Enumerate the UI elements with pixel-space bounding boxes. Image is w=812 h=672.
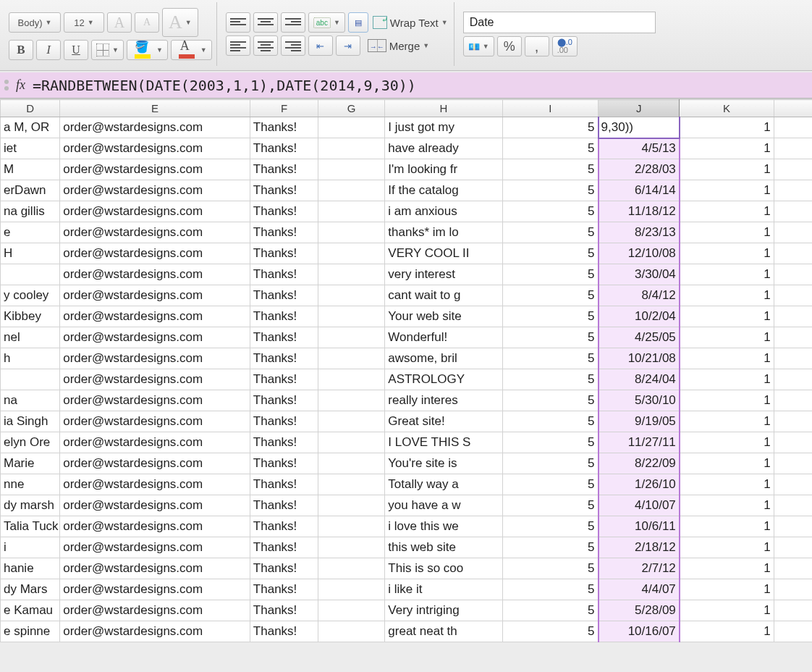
cell-F[interactable]: Thanks! xyxy=(250,432,318,453)
cell-L[interactable] xyxy=(774,411,812,432)
cell-J[interactable]: 1/26/10 xyxy=(599,474,680,495)
cell-E[interactable]: order@wstardesigns.com xyxy=(60,348,250,369)
cell-F[interactable]: Thanks! xyxy=(250,411,318,432)
cell-L[interactable] xyxy=(774,180,812,201)
cell-D[interactable]: erDawn xyxy=(1,180,60,201)
cell-G[interactable] xyxy=(318,222,385,243)
column-header-J[interactable]: J xyxy=(599,100,680,117)
cell-K[interactable]: 1 xyxy=(680,621,774,642)
cell-E[interactable]: order@wstardesigns.com xyxy=(60,495,250,516)
font-style-gallery-button[interactable]: A ▼ xyxy=(162,8,198,37)
column-header-H[interactable]: H xyxy=(385,100,502,117)
cell-G[interactable] xyxy=(318,138,385,159)
cell-D[interactable]: ia Singh xyxy=(1,411,60,432)
cell-L[interactable] xyxy=(774,621,812,642)
cell-G[interactable] xyxy=(318,390,385,411)
cell-F[interactable]: Thanks! xyxy=(250,579,318,600)
cell-J[interactable]: 12/10/08 xyxy=(599,243,680,264)
font-size-combo[interactable]: 12 ▼ xyxy=(64,12,104,33)
cell-I[interactable]: 5 xyxy=(502,264,598,285)
cell-K[interactable]: 1 xyxy=(680,474,774,495)
cell-J[interactable]: 11/27/11 xyxy=(599,432,680,453)
cell-D[interactable] xyxy=(1,264,60,285)
cell-L[interactable] xyxy=(774,201,812,222)
cell-L[interactable] xyxy=(774,117,812,138)
cell-D[interactable]: e xyxy=(1,222,60,243)
cell-I[interactable]: 5 xyxy=(502,495,598,516)
cell-I[interactable]: 5 xyxy=(502,348,598,369)
number-format-combo[interactable]: Date xyxy=(463,12,656,33)
cell-L[interactable] xyxy=(774,159,812,180)
cell-K[interactable]: 1 xyxy=(680,243,774,264)
cell-H[interactable]: thanks* im lo xyxy=(385,222,502,243)
cell-G[interactable] xyxy=(318,558,385,579)
cell-G[interactable] xyxy=(318,264,385,285)
cell-F[interactable]: Thanks! xyxy=(250,306,318,327)
cell-D[interactable]: H xyxy=(1,243,60,264)
align-top-button[interactable] xyxy=(226,12,250,33)
wrap-text-button[interactable]: Wrap Text ▼ xyxy=(371,12,449,33)
column-header-I[interactable]: I xyxy=(502,100,598,117)
cell-G[interactable] xyxy=(318,201,385,222)
formula-input[interactable] xyxy=(31,76,808,95)
cell-G[interactable] xyxy=(318,432,385,453)
cell-K[interactable]: 1 xyxy=(680,159,774,180)
cell-J[interactable]: 8/23/13 xyxy=(599,222,680,243)
cell-H[interactable]: If the catalog xyxy=(385,180,502,201)
cell-E[interactable]: order@wstardesigns.com xyxy=(60,180,250,201)
cell-E[interactable]: order@wstardesigns.com xyxy=(60,453,250,474)
cell-E[interactable]: order@wstardesigns.com xyxy=(60,558,250,579)
cell-F[interactable]: Thanks! xyxy=(250,495,318,516)
font-name-combo[interactable]: Body) ▼ xyxy=(9,12,61,33)
cell-G[interactable] xyxy=(318,453,385,474)
cell-J[interactable]: 4/4/07 xyxy=(599,579,680,600)
cell-L[interactable] xyxy=(774,306,812,327)
cell-D[interactable]: Marie xyxy=(1,453,60,474)
cell-H[interactable]: awsome, bril xyxy=(385,348,502,369)
cell-F[interactable]: Thanks! xyxy=(250,558,318,579)
cell-G[interactable] xyxy=(318,243,385,264)
cell-E[interactable]: order@wstardesigns.com xyxy=(60,327,250,348)
cell-H[interactable]: I LOVE THIS S xyxy=(385,432,502,453)
font-color-button[interactable]: A ▼ xyxy=(171,40,212,60)
cell-F[interactable]: Thanks! xyxy=(250,243,318,264)
cell-J[interactable]: 5/28/09 xyxy=(599,600,680,621)
cell-D[interactable]: y cooley xyxy=(1,285,60,306)
cell-G[interactable] xyxy=(318,285,385,306)
underline-button[interactable]: U xyxy=(64,40,88,60)
column-header-G[interactable]: G xyxy=(318,100,385,117)
cell-E[interactable]: order@wstardesigns.com xyxy=(60,243,250,264)
cell-F[interactable]: Thanks! xyxy=(250,138,318,159)
cell-K[interactable]: 1 xyxy=(680,600,774,621)
cell-G[interactable] xyxy=(318,327,385,348)
cell-G[interactable] xyxy=(318,411,385,432)
cell-L[interactable] xyxy=(774,327,812,348)
cell-D[interactable]: na xyxy=(1,390,60,411)
cell-K[interactable]: 1 xyxy=(680,516,774,537)
cell-F[interactable]: Thanks! xyxy=(250,117,318,138)
comma-button[interactable]: , xyxy=(525,36,549,56)
cell-K[interactable]: 1 xyxy=(680,348,774,369)
cell-I[interactable]: 5 xyxy=(502,222,598,243)
cell-F[interactable]: Thanks! xyxy=(250,537,318,558)
cell-K[interactable]: 1 xyxy=(680,201,774,222)
cell-I[interactable]: 5 xyxy=(502,138,598,159)
cell-D[interactable]: i xyxy=(1,537,60,558)
cell-J[interactable]: 9/19/05 xyxy=(599,411,680,432)
cell-I[interactable]: 5 xyxy=(502,516,598,537)
cell-D[interactable]: Kibbey xyxy=(1,306,60,327)
cell-G[interactable] xyxy=(318,495,385,516)
borders-button[interactable]: ▼ xyxy=(91,40,124,60)
cell-I[interactable]: 5 xyxy=(502,390,598,411)
cell-I[interactable]: 5 xyxy=(502,117,598,138)
cell-F[interactable]: Thanks! xyxy=(250,285,318,306)
text-control-button[interactable]: ▤ xyxy=(348,12,368,33)
cell-J[interactable]: 6/14/14 xyxy=(599,180,680,201)
cell-H[interactable]: i am anxious xyxy=(385,201,502,222)
cell-K[interactable]: 1 xyxy=(680,264,774,285)
cell-E[interactable]: order@wstardesigns.com xyxy=(60,390,250,411)
cell-H[interactable]: I'm looking fr xyxy=(385,159,502,180)
cell-E[interactable]: order@wstardesigns.com xyxy=(60,117,250,138)
cell-D[interactable]: iet xyxy=(1,138,60,159)
column-header-K[interactable]: K xyxy=(680,100,774,117)
